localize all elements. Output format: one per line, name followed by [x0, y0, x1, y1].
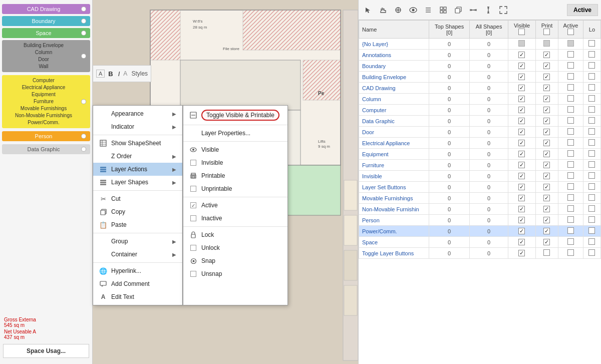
checkbox[interactable]	[543, 74, 550, 80]
font-size-field[interactable]: A	[96, 70, 105, 78]
checkbox[interactable]	[588, 95, 595, 102]
checkbox[interactable]	[567, 62, 574, 69]
layer-boundary[interactable]: Boundary	[2, 16, 90, 26]
checkbox[interactable]	[588, 51, 595, 58]
row-name[interactable]: Furniture	[359, 160, 429, 171]
checkbox[interactable]	[588, 150, 595, 157]
submenu-printable[interactable]: Printable	[183, 169, 287, 182]
row-name[interactable]: Invisible	[359, 171, 429, 182]
checkbox[interactable]	[567, 40, 574, 47]
row-name[interactable]: {No Layer}	[359, 39, 429, 50]
submenu-unsnap[interactable]: Unsnap	[183, 267, 287, 280]
menu-layer-actions[interactable]: Layer Actions ▶	[93, 163, 182, 176]
header-active-check[interactable]	[567, 29, 574, 35]
checkbox[interactable]	[588, 205, 595, 212]
layer-person[interactable]: Person	[2, 131, 90, 141]
checkbox[interactable]	[543, 228, 550, 234]
row-name[interactable]: Layer Set Buttons	[359, 182, 429, 193]
checkbox[interactable]	[518, 239, 525, 245]
menu-copy[interactable]: Copy	[93, 205, 182, 218]
checkbox[interactable]	[588, 238, 595, 245]
bold-btn[interactable]: B	[107, 70, 114, 78]
checkbox[interactable]	[588, 227, 595, 234]
checkbox[interactable]	[543, 52, 550, 58]
layer-building-envelope[interactable]: Building EnvelopeColumnDoorWall	[2, 40, 90, 72]
maximize-btn[interactable]	[497, 4, 510, 17]
checkbox[interactable]	[543, 162, 550, 168]
menu-z-order[interactable]: Z Order ▶	[93, 150, 182, 163]
checkbox[interactable]	[588, 216, 595, 223]
italic-btn[interactable]: I	[117, 70, 122, 78]
copy2-btn[interactable]	[452, 4, 465, 17]
submenu-unprintable[interactable]: Unprintable	[183, 182, 287, 195]
layer-data-graphic[interactable]: Data Graphic	[2, 144, 90, 154]
arrow-h-btn[interactable]	[467, 4, 480, 17]
checkbox[interactable]	[543, 107, 550, 113]
row-name[interactable]: Power/Comm.	[359, 226, 429, 237]
row-name[interactable]: Equipment	[359, 149, 429, 160]
submenu-unlock[interactable]: Unlock	[183, 241, 287, 254]
checkbox[interactable]	[543, 173, 550, 179]
menu-hyperlink[interactable]: 🌐 Hyperlink...	[93, 264, 182, 277]
menu-layer-shapes[interactable]: Layer Shapes ▶	[93, 176, 182, 189]
checkbox[interactable]	[543, 63, 550, 69]
layer-yellow-group[interactable]: ComputerElectrical ApplianceEquipmentFur…	[2, 75, 90, 128]
checkbox[interactable]	[518, 140, 525, 146]
space-usage-button[interactable]: Space Usag...	[3, 344, 89, 358]
row-name[interactable]: Movable Furnishings	[359, 193, 429, 204]
checkbox[interactable]	[588, 183, 595, 190]
row-name[interactable]: Space	[359, 237, 429, 248]
row-name[interactable]: CAD Drawing	[359, 83, 429, 94]
checkbox[interactable]	[588, 117, 595, 124]
hand-tool-btn[interactable]	[377, 4, 390, 17]
checkbox[interactable]	[567, 139, 574, 146]
color-btn[interactable]: A	[123, 70, 127, 77]
styles-btn[interactable]: Styles	[131, 70, 148, 77]
checkbox[interactable]	[588, 62, 595, 69]
menu-cut[interactable]: ✂ Cut	[93, 192, 182, 205]
checkbox[interactable]	[588, 161, 595, 168]
menu-indicator[interactable]: Indicator ▶	[93, 120, 182, 133]
checkbox[interactable]	[518, 118, 525, 124]
cursor-tool-btn[interactable]	[362, 4, 375, 17]
checkbox[interactable]	[567, 205, 574, 212]
checkbox[interactable]	[518, 250, 525, 256]
arrow-v-btn[interactable]	[482, 4, 495, 17]
checkbox[interactable]	[518, 74, 525, 80]
row-name[interactable]: Building Envelope	[359, 72, 429, 83]
checkbox[interactable]	[588, 40, 595, 47]
layer-cad-drawing[interactable]: CAD Drawing	[2, 4, 90, 14]
checkbox[interactable]	[588, 73, 595, 80]
menu-add-comment[interactable]: Add Comment	[93, 277, 182, 290]
menu-appearance[interactable]: Appearance ▶	[93, 107, 182, 120]
checkbox[interactable]	[543, 118, 550, 124]
submenu-active[interactable]: ✓ Active	[183, 199, 287, 212]
grid-btn[interactable]	[437, 4, 450, 17]
checkbox[interactable]	[567, 150, 574, 157]
checkbox[interactable]	[567, 106, 574, 113]
checkbox[interactable]	[588, 106, 595, 113]
checkbox[interactable]	[588, 139, 595, 146]
eye-tool-btn[interactable]	[407, 4, 420, 17]
menu-container[interactable]: Container ▶	[93, 248, 182, 261]
submenu-toggle-visible[interactable]: Toggle Visible & Printable	[183, 107, 287, 123]
checkbox[interactable]	[567, 161, 574, 168]
row-name[interactable]: Toggle Layer Buttons	[359, 248, 429, 259]
checkbox[interactable]	[543, 184, 550, 190]
pan-tool-btn[interactable]	[392, 4, 405, 17]
checkbox[interactable]	[567, 84, 574, 91]
checkbox[interactable]	[567, 73, 574, 80]
checkbox[interactable]	[588, 128, 595, 135]
header-print-check[interactable]	[543, 29, 550, 35]
header-visible-check[interactable]	[518, 29, 525, 35]
checkbox[interactable]	[518, 129, 525, 135]
checkbox[interactable]	[518, 96, 525, 102]
checkbox[interactable]	[518, 228, 525, 234]
checkbox[interactable]	[518, 195, 525, 201]
checkbox[interactable]	[518, 107, 525, 113]
row-name[interactable]: Data Graphic	[359, 116, 429, 127]
checkbox[interactable]	[518, 162, 525, 168]
submenu-inactive[interactable]: Inactive	[183, 212, 287, 225]
checkbox[interactable]	[567, 95, 574, 102]
checkbox[interactable]	[518, 173, 525, 179]
